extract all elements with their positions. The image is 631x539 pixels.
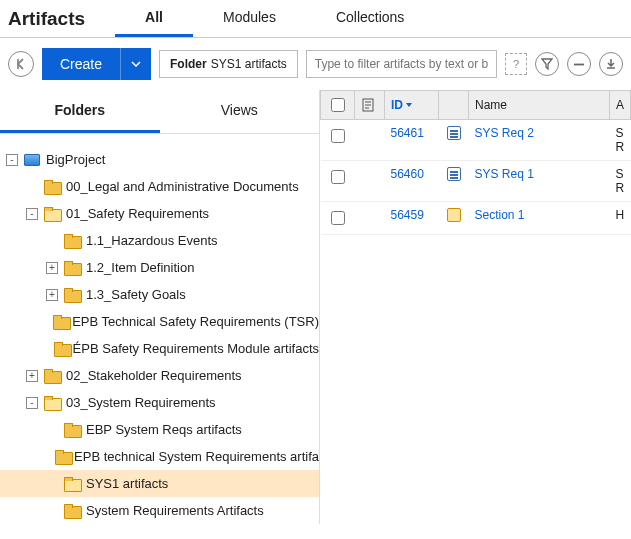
collapse-button[interactable] <box>567 52 591 76</box>
artifact-id-link[interactable]: 56459 <box>391 208 424 222</box>
tree-label: 1.3_Safety Goals <box>86 287 186 302</box>
folder-icon <box>64 261 80 274</box>
folder-icon <box>44 396 60 409</box>
create-dropdown[interactable] <box>120 48 151 80</box>
tree-row[interactable]: EPB Technical Safety Requirements (TSR) <box>0 308 319 335</box>
breadcrumb-value: SYS1 artifacts <box>211 57 287 71</box>
tree-row[interactable]: -03_System Requirements <box>0 389 319 416</box>
artifact-type-cell: SR <box>609 161 630 202</box>
tree-row[interactable]: 1.1_Hazardous Events <box>0 227 319 254</box>
tree-row[interactable]: -01_Safety Requirements <box>0 200 319 227</box>
tree-label: EPB Technical Safety Requirements (TSR) <box>72 314 319 329</box>
col-header-type[interactable] <box>355 91 385 120</box>
tree-row[interactable]: EBP System Reqs artifacts <box>0 416 319 443</box>
folder-icon <box>64 504 80 517</box>
col-header-id[interactable]: ID <box>385 91 439 120</box>
back-icon <box>14 57 28 71</box>
folder-icon <box>53 315 66 328</box>
folder-icon <box>55 450 68 463</box>
tree-label: 03_System Requirements <box>66 395 216 410</box>
tree-row[interactable]: ÉPB Safety Requirements Module artifacts <box>0 335 319 362</box>
folder-icon <box>44 180 60 193</box>
tree-row[interactable]: SYS1 artifacts <box>0 470 319 497</box>
page-title: Artifacts <box>8 8 115 30</box>
folder-icon <box>64 477 80 490</box>
artifact-id-link[interactable]: 56460 <box>391 167 424 181</box>
filter-input[interactable] <box>306 50 497 78</box>
tree-label: ÉPB Safety Requirements Module artifacts <box>73 341 319 356</box>
folder-icon <box>54 342 67 355</box>
section-icon <box>447 208 461 222</box>
tab-modules[interactable]: Modules <box>193 0 306 37</box>
tree-row[interactable]: +1.2_Item Definition <box>0 254 319 281</box>
col-header-icon <box>439 91 469 120</box>
row-checkbox[interactable] <box>331 211 345 225</box>
tree-row[interactable]: +02_Stakeholder Requirements <box>0 362 319 389</box>
folder-icon <box>44 207 60 220</box>
row-checkbox[interactable] <box>331 129 345 143</box>
col-header-a[interactable]: A <box>609 91 630 120</box>
artifact-name-link[interactable]: SYS Req 1 <box>475 167 534 181</box>
tab-collections[interactable]: Collections <box>306 0 434 37</box>
folder-tree: -BigProject00_Legal and Administrative D… <box>0 134 319 524</box>
artifact-name-link[interactable]: SYS Req 2 <box>475 126 534 140</box>
tree-label: EPB technical System Requirements artifa <box>74 449 319 464</box>
table-row[interactable]: 56461SYS Req 2SR <box>321 120 631 161</box>
tree-toggle[interactable]: + <box>46 289 58 301</box>
tree-label: System Requirements Artifacts <box>86 503 264 518</box>
col-header-name[interactable]: Name <box>469 91 610 120</box>
tree-toggle[interactable]: - <box>26 208 38 220</box>
artifact-id-link[interactable]: 56461 <box>391 126 424 140</box>
help-icon[interactable]: ? <box>505 53 527 75</box>
folder-icon <box>44 369 60 382</box>
breadcrumb-type: Folder <box>170 57 207 71</box>
chevron-down-icon <box>131 61 141 67</box>
side-tab-views[interactable]: Views <box>160 90 320 133</box>
row-checkbox[interactable] <box>331 170 345 184</box>
tree-label: BigProject <box>46 152 105 167</box>
tree-row[interactable]: EPB technical System Requirements artifa <box>0 443 319 470</box>
folder-icon <box>64 288 80 301</box>
artifact-type-cell: H <box>609 202 630 235</box>
create-button[interactable]: Create <box>42 48 120 80</box>
tree-row[interactable]: +1.3_Safety Goals <box>0 281 319 308</box>
folder-icon <box>64 234 80 247</box>
side-tab-folders[interactable]: Folders <box>0 90 160 133</box>
tree-row[interactable]: System Requirements Artifacts <box>0 497 319 524</box>
tree-label: 00_Legal and Administrative Documents <box>66 179 299 194</box>
tree-toggle[interactable]: - <box>26 397 38 409</box>
tree-label: 02_Stakeholder Requirements <box>66 368 242 383</box>
table-row[interactable]: 56460SYS Req 1SR <box>321 161 631 202</box>
minus-icon <box>574 63 584 66</box>
tree-row[interactable]: 00_Legal and Administrative Documents <box>0 173 319 200</box>
tree-toggle[interactable]: + <box>46 262 58 274</box>
tree-row[interactable]: -BigProject <box>0 146 319 173</box>
funnel-icon <box>541 58 553 70</box>
filter-icon-button[interactable] <box>535 52 559 76</box>
sort-desc-icon <box>405 101 413 109</box>
folder-icon <box>64 423 80 436</box>
artifact-icon <box>447 167 461 181</box>
tree-label: 1.2_Item Definition <box>86 260 194 275</box>
col-header-checkbox[interactable] <box>321 91 355 120</box>
project-icon <box>24 154 40 166</box>
table-row[interactable]: 56459Section 1H <box>321 202 631 235</box>
breadcrumb[interactable]: Folder SYS1 artifacts <box>159 50 298 78</box>
tree-label: 01_Safety Requirements <box>66 206 209 221</box>
header-tabs: All Modules Collections <box>115 0 434 37</box>
tree-label: EBP System Reqs artifacts <box>86 422 242 437</box>
artifact-name-link[interactable]: Section 1 <box>475 208 525 222</box>
download-icon <box>605 58 617 70</box>
select-all-checkbox[interactable] <box>331 98 345 112</box>
back-button[interactable] <box>8 51 34 77</box>
download-button[interactable] <box>599 52 623 76</box>
artifact-type-cell: SR <box>609 120 630 161</box>
tree-label: 1.1_Hazardous Events <box>86 233 218 248</box>
tree-label: SYS1 artifacts <box>86 476 168 491</box>
tree-toggle[interactable]: + <box>26 370 38 382</box>
document-icon <box>361 98 375 112</box>
artifact-icon <box>447 126 461 140</box>
tree-toggle[interactable]: - <box>6 154 18 166</box>
tab-all[interactable]: All <box>115 0 193 37</box>
